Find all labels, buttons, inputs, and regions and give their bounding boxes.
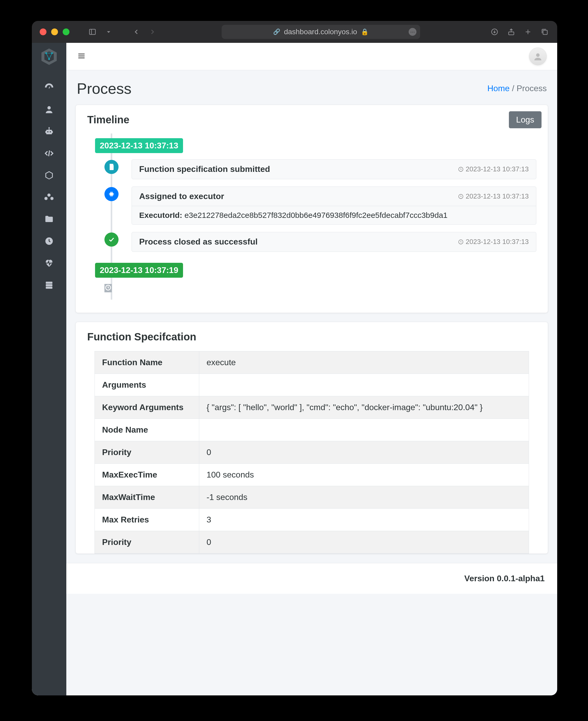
spec-key: MaxWaitTime <box>95 486 199 509</box>
spec-key: Arguments <box>95 374 199 396</box>
table-row: Keyword Arguments{ "args": [ "hello", "w… <box>95 396 529 419</box>
main-area: Process Home / Process Logs Timeline 202… <box>66 43 557 695</box>
event-title: Assigned to executor <box>139 191 224 201</box>
nav-heartbeat[interactable] <box>32 252 66 274</box>
spec-value: execute <box>199 351 529 374</box>
timeline-event: Function specification submitted 2023-12… <box>95 159 536 179</box>
event-time: 2023-12-13 10:37:13 <box>458 165 529 173</box>
nav-cube[interactable] <box>32 164 66 186</box>
nav-clock[interactable] <box>32 230 66 252</box>
minimize-window-button[interactable] <box>51 28 58 35</box>
spec-title: Function Specifcation <box>87 331 536 343</box>
breadcrumb-home-link[interactable]: Home <box>487 84 509 93</box>
table-row: Function Nameexecute <box>95 351 529 374</box>
spec-value: -1 seconds <box>199 486 529 509</box>
timeline-event: Process closed as successful 2023-12-13 … <box>95 232 536 252</box>
back-icon[interactable] <box>132 27 141 37</box>
timeline-end-marker <box>95 284 536 300</box>
svg-line-23 <box>48 150 49 156</box>
clock-icon <box>104 284 112 292</box>
content-header: Process Home / Process <box>66 70 557 105</box>
url-bar[interactable]: 🔗 dashboard.colonyos.io 🔒 ⋯ <box>222 25 420 39</box>
maximize-window-button[interactable] <box>63 28 69 35</box>
nav-dashboard[interactable] <box>32 77 66 99</box>
spec-key: Max Retries <box>95 509 199 531</box>
timeline-card: Logs Timeline 2023-12-13 10:37:13 Functi… <box>76 105 548 313</box>
spec-key: MaxExecTime <box>95 464 199 486</box>
logs-button[interactable]: Logs <box>509 111 542 128</box>
avatar[interactable] <box>529 47 547 65</box>
spec-key: Function Name <box>95 351 199 374</box>
close-window-button[interactable] <box>40 28 46 35</box>
spec-value <box>199 419 529 441</box>
nav-list <box>32 70 66 296</box>
timeline-start-label: 2023-12-13 10:37:13 <box>95 138 183 153</box>
table-row: Arguments <box>95 374 529 396</box>
new-tab-icon[interactable] <box>523 27 533 37</box>
check-icon <box>104 232 119 247</box>
svg-point-31 <box>536 53 540 57</box>
table-row: Priority0 <box>95 441 529 464</box>
link-icon: 🔗 <box>273 28 280 35</box>
svg-point-18 <box>49 131 51 132</box>
svg-point-17 <box>47 131 48 132</box>
cpu-icon <box>104 187 119 201</box>
reader-menu-icon[interactable]: ⋯ <box>408 28 417 36</box>
table-row: Node Name <box>95 419 529 441</box>
topbar <box>66 43 557 70</box>
hamburger-icon[interactable] <box>77 51 86 62</box>
nav-cubes[interactable] <box>32 186 66 208</box>
svg-rect-22 <box>52 131 53 133</box>
file-icon <box>104 160 119 174</box>
table-row: Priority0 <box>95 531 529 554</box>
svg-rect-21 <box>45 131 46 133</box>
version-text: Version 0.0.1-alpha1 <box>464 574 545 583</box>
timeline-end-label: 2023-12-13 10:37:19 <box>95 263 183 278</box>
event-time: 2023-12-13 10:37:13 <box>458 192 529 200</box>
spec-value: 0 <box>199 441 529 464</box>
spec-key: Priority <box>95 531 199 554</box>
forward-icon[interactable] <box>148 27 157 37</box>
dropdown-icon[interactable] <box>104 27 113 37</box>
table-row: MaxWaitTime-1 seconds <box>95 486 529 509</box>
event-title: Process closed as successful <box>139 237 258 247</box>
svg-rect-16 <box>46 130 52 134</box>
spec-key: Keyword Arguments <box>95 396 199 419</box>
table-row: MaxExecTime100 seconds <box>95 464 529 486</box>
breadcrumb: Home / Process <box>487 84 547 93</box>
timeline-event: Assigned to executor 2023-12-13 10:37:13… <box>95 187 536 225</box>
spec-key: Node Name <box>95 419 199 441</box>
tabs-icon[interactable] <box>540 27 549 37</box>
brand-logo[interactable] <box>32 43 66 70</box>
spec-value: 0 <box>199 531 529 554</box>
svg-rect-6 <box>543 30 547 35</box>
page-title: Process <box>77 80 132 97</box>
nav-user[interactable] <box>32 99 66 120</box>
spec-table: Function NameexecuteArgumentsKeyword Arg… <box>94 351 529 554</box>
timeline: 2023-12-13 10:37:13 Function specificati… <box>95 133 536 300</box>
nav-server[interactable] <box>32 274 66 296</box>
app-sidebar <box>32 43 66 695</box>
browser-chrome: 🔗 dashboard.colonyos.io 🔒 ⋯ <box>32 21 557 43</box>
window-controls <box>40 28 69 35</box>
spec-value: 3 <box>199 509 529 531</box>
footer: Version 0.0.1-alpha1 <box>66 563 557 594</box>
spec-value <box>199 374 529 396</box>
nav-robot[interactable] <box>32 120 66 142</box>
sidebar-toggle-icon[interactable] <box>88 27 97 37</box>
spec-key: Priority <box>95 441 199 464</box>
event-title: Function specification submitted <box>139 164 270 174</box>
svg-rect-34 <box>110 192 113 195</box>
timeline-title: Timeline <box>87 114 536 126</box>
event-detail: ExecutorId: e3e212278eda2ce8b527f832d0bb… <box>132 206 536 224</box>
download-icon[interactable] <box>490 27 499 37</box>
share-icon[interactable] <box>506 27 516 37</box>
nav-folder[interactable] <box>32 208 66 230</box>
nav-code[interactable] <box>32 142 66 164</box>
spec-value: { "args": [ "hello", "world" ], "cmd": "… <box>199 396 529 419</box>
spec-card: Function Specifcation Function Nameexecu… <box>76 322 548 554</box>
svg-rect-0 <box>89 29 96 35</box>
url-host: dashboard.colonyos.io <box>284 28 357 36</box>
lock-icon: 🔒 <box>361 28 369 36</box>
breadcrumb-current: Process <box>517 84 547 93</box>
